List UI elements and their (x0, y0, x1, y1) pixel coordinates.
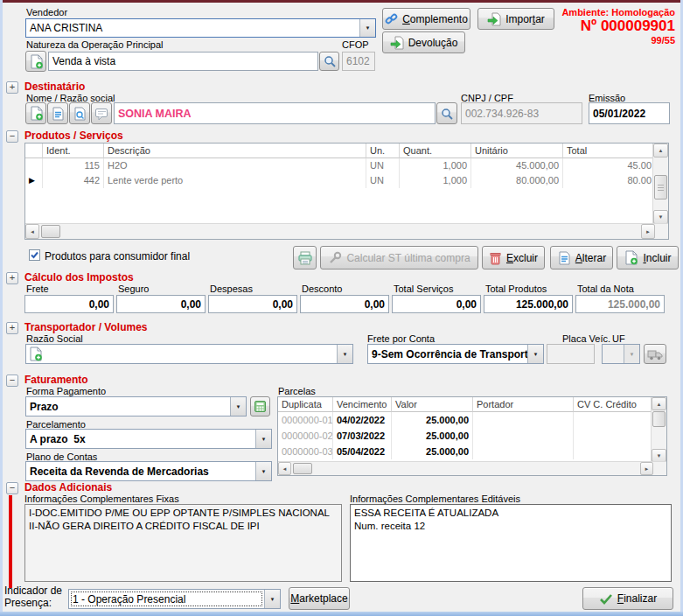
col-duplicata[interactable]: Duplicata (278, 397, 333, 412)
impostos-expand-toggle[interactable]: + (6, 272, 18, 284)
cliente-new-button[interactable] (25, 102, 46, 124)
cliente-obs-button[interactable] (91, 102, 112, 124)
produtos-hscrollbar[interactable]: ◄ ► (25, 223, 669, 239)
destinatario-section-title: Destinatário (24, 80, 85, 93)
wrench-icon (328, 251, 342, 265)
col-un[interactable]: Un. (366, 144, 400, 158)
parcelamento-select[interactable]: A prazo 5x ▼ (25, 429, 272, 449)
devolucao-button[interactable]: Devolução (382, 32, 465, 53)
indicador-presenca-select[interactable]: 1 - Operação Presencial ▼ (68, 589, 281, 609)
col-unitario[interactable]: Unitário (471, 144, 563, 158)
col-valor[interactable]: Valor (392, 397, 473, 412)
placa-field (547, 344, 595, 364)
marketplace-button[interactable]: Marketplace (289, 587, 350, 610)
dados-adicionais-collapse-toggle[interactable]: − (6, 482, 18, 494)
scroll-left-button[interactable]: ◄ (278, 462, 291, 475)
faturamento-collapse-toggle[interactable]: − (6, 374, 18, 387)
scroll-right-button[interactable]: ► (640, 462, 653, 475)
parcela-row[interactable]: 0000000-02 07/03/2022 25.000,00 (278, 428, 666, 444)
alterar-label: Alterar (575, 252, 606, 264)
desconto-label: Desconto (302, 284, 342, 294)
transportador-select[interactable]: ▼ (25, 344, 353, 364)
seguro-field[interactable]: 0,00 (116, 295, 206, 313)
finalizar-button[interactable]: Finalizar (582, 587, 673, 610)
scroll-thumb[interactable] (41, 225, 60, 238)
table-row-selected[interactable]: ▶ 442 Lente verde perto UN 1,000 80.000,… (25, 173, 668, 188)
col-quant[interactable]: Quant. (400, 144, 471, 158)
parcelas-hscrollbar[interactable]: ◄ ► (278, 461, 667, 475)
frete-conta-select[interactable]: 9-Sem Ocorrência de Transporte. ▼ (367, 344, 544, 364)
table-row[interactable]: 115 H2O UN 1,000 45.000,00 45.00 (25, 158, 668, 173)
chevron-down-icon[interactable]: ▼ (230, 397, 246, 416)
impostos-section-title: Cálculo dos Impostos (24, 271, 134, 284)
calcular-parcelas-button[interactable] (250, 396, 270, 416)
col-ident[interactable]: Ident. (43, 144, 104, 158)
ambiente-info: Ambiente: Homologação Nº 000009901 99/55 (561, 7, 675, 46)
col-descricao[interactable]: Descrição (104, 144, 366, 158)
cell-ident: 442 (43, 173, 104, 188)
forma-pagamento-select[interactable]: Prazo ▼ (25, 396, 247, 416)
calcular-st-button[interactable]: Calcular ST última compra (320, 246, 478, 270)
frete-field[interactable]: 0,00 (24, 295, 114, 313)
transportador-expand-toggle[interactable]: + (6, 322, 18, 334)
scroll-up-button[interactable]: ▲ (652, 397, 666, 410)
cliente-nome-input[interactable]: SONIA MAIRA (114, 102, 436, 124)
complemento-button[interactable]: Complemento (382, 8, 470, 30)
window-border-left (0, 0, 3, 616)
parcela-row[interactable]: 0000000-03 05/04/2022 25.000,00 (278, 444, 666, 459)
parcelas-vscrollbar[interactable]: ▲ ▼ (651, 397, 666, 462)
scroll-left-button[interactable]: ◄ (25, 224, 39, 239)
scroll-down-button[interactable]: ▼ (653, 210, 668, 224)
emissao-field[interactable]: 05/01/2022 (589, 102, 670, 124)
plano-contas-select[interactable]: Receita da Revenda de Mercadorias ▼ (25, 461, 272, 481)
destinatario-expand-toggle[interactable]: + (6, 81, 18, 94)
scroll-thumb[interactable] (652, 411, 666, 427)
veiculo-button[interactable] (644, 344, 666, 364)
alterar-button[interactable]: Alterar (550, 246, 613, 270)
view-document-icon (73, 107, 87, 121)
col-portador[interactable]: Portador (473, 397, 574, 412)
imprimir-button[interactable] (293, 246, 317, 270)
natureza-search-button[interactable] (319, 52, 339, 71)
scroll-up-button[interactable]: ▲ (653, 144, 668, 158)
nota-numero: Nº 000009901 (561, 18, 675, 35)
scroll-down-button[interactable]: ▼ (652, 449, 666, 462)
excluir-button[interactable]: Excluir (482, 246, 545, 270)
cliente-edit-button[interactable] (47, 102, 68, 124)
nfe-emission-window: Vendedor ANA CRISTINA ▼ Complemento Impo… (0, 0, 683, 616)
despesas-field[interactable]: 0,00 (208, 295, 297, 313)
chevron-down-icon[interactable]: ▼ (337, 345, 352, 363)
cell-vencimento: 05/04/2022 (333, 444, 392, 459)
cliente-view-button[interactable] (69, 102, 90, 124)
vendedor-select[interactable]: ANA CRISTINA ▼ (25, 18, 376, 38)
produtos-collapse-toggle[interactable]: − (6, 130, 18, 143)
scroll-thumb[interactable] (293, 463, 312, 474)
scroll-thumb[interactable] (654, 175, 667, 200)
parcela-row[interactable]: 0000000-01 04/02/2022 25.000,00 (278, 412, 666, 428)
chevron-down-icon[interactable]: ▼ (255, 430, 271, 448)
col-total[interactable]: Total (563, 144, 655, 158)
natureza-new-button[interactable] (25, 51, 46, 72)
frete-conta-label: Frete por Conta (367, 333, 435, 344)
chevron-down-icon[interactable]: ▼ (359, 19, 375, 37)
desconto-field[interactable]: 0,00 (300, 295, 389, 313)
chevron-down-icon[interactable]: ▼ (264, 590, 280, 608)
minus-icon: − (10, 130, 15, 141)
info-editaveis-textarea[interactable]: ESSA RECEITA É ATUALIZADA Num. receita 1… (350, 504, 672, 582)
col-cv-credito[interactable]: CV C. Crédito (574, 397, 653, 412)
indicador-presenca-value: 1 - Operação Presencial (69, 590, 264, 608)
scroll-right-button[interactable]: ► (641, 224, 655, 239)
chevron-down-icon[interactable]: ▼ (527, 345, 543, 363)
cliente-search-button[interactable] (436, 102, 457, 124)
cell-duplicata: 0000000-01 (278, 412, 333, 428)
produtos-vscrollbar[interactable]: ▲ ▼ (652, 144, 668, 224)
importar-button[interactable]: Importar (477, 8, 554, 30)
cell-cv (574, 444, 653, 459)
col-vencimento[interactable]: Vencimento (333, 397, 392, 412)
consumidor-final-checkbox[interactable] (29, 249, 40, 261)
chevron-down-icon[interactable]: ▼ (255, 462, 271, 480)
calculator-icon (254, 400, 267, 413)
vendedor-value: ANA CRISTINA (26, 19, 359, 37)
incluir-button[interactable]: Incluir (617, 246, 679, 270)
natureza-input[interactable]: Venda à vista (48, 52, 318, 71)
